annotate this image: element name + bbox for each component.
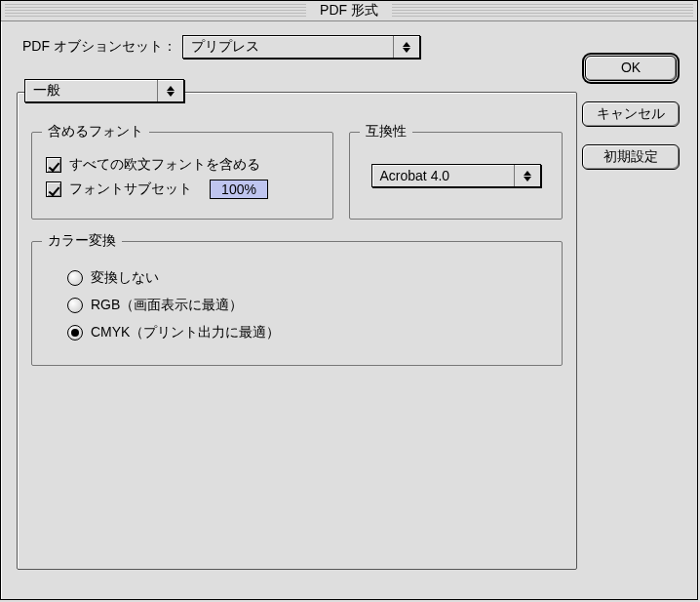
color-label-none: 変換しない <box>91 269 159 287</box>
color-option-cmyk[interactable]: CMYK（プリント出力に最適） <box>67 324 548 341</box>
fonts-legend: 含めるフォント <box>42 123 149 140</box>
color-label-cmyk: CMYK（プリント出力に最適） <box>91 324 280 341</box>
option-set-label: PDF オブションセット： <box>22 38 176 56</box>
compat-group: 互換性 Acrobat 4.0 <box>349 132 563 220</box>
color-option-rgb[interactable]: RGB（画面表示に最適） <box>67 297 548 314</box>
compat-value: Acrobat 4.0 <box>380 168 508 183</box>
include-all-fonts-checkbox[interactable] <box>46 157 61 173</box>
font-subset-value-field[interactable]: 100% <box>210 180 268 199</box>
compat-legend: 互換性 <box>360 123 412 140</box>
updown-arrows-icon <box>514 165 536 186</box>
color-legend: カラー変換 <box>42 232 122 250</box>
font-subset-label: フォントサブセット <box>69 181 192 198</box>
option-set-popup[interactable]: プリプレス <box>182 35 420 59</box>
tab-selector-popup[interactable]: 一般 <box>24 79 184 102</box>
updown-arrows-icon <box>393 36 415 58</box>
top-group-row: 含めるフォント すべての欧文フォントを含める フォントサブセット 100% 互換… <box>31 118 563 220</box>
color-radio-rgb[interactable] <box>67 298 83 313</box>
tab-selector-value: 一般 <box>33 82 151 100</box>
include-all-fonts-label: すべての欧文フォントを含める <box>69 156 260 174</box>
titlebar: PDF 形式 <box>1 1 697 21</box>
color-label-rgb: RGB（画面表示に最適） <box>91 297 243 314</box>
titlebar-stripes-left <box>5 4 306 18</box>
cancel-button[interactable]: キャンセル <box>582 101 680 127</box>
include-all-fonts-row[interactable]: すべての欧文フォントを含める <box>46 156 319 174</box>
color-radio-cmyk[interactable] <box>67 325 83 341</box>
defaults-button[interactable]: 初期設定 <box>582 144 680 170</box>
fonts-group: 含めるフォント すべての欧文フォントを含める フォントサブセット 100% <box>31 132 333 220</box>
general-tab-panel: 含めるフォント すべての欧文フォントを含める フォントサブセット 100% 互換… <box>17 92 577 570</box>
font-subset-checkbox[interactable] <box>46 181 61 197</box>
compat-popup[interactable]: Acrobat 4.0 <box>371 164 541 187</box>
color-radio-none[interactable] <box>67 270 83 286</box>
pdf-format-dialog: PDF 形式 PDF オブションセット： プリプレス 一般 <box>0 0 698 600</box>
dialog-content: PDF オブションセット： プリプレス 一般 含めるフォント <box>1 21 697 600</box>
updown-arrows-icon <box>157 80 179 101</box>
font-subset-row[interactable]: フォントサブセット 100% <box>46 180 319 199</box>
window-title: PDF 形式 <box>310 2 388 20</box>
titlebar-stripes-right <box>392 4 693 18</box>
color-conversion-group: カラー変換 変換しない RGB（画面表示に最適） CMYK（プリント出力に最適） <box>31 241 563 366</box>
dialog-buttons: OK キャンセル 初期設定 <box>582 53 680 170</box>
ok-button[interactable]: OK <box>585 56 677 81</box>
option-set-value: プリプレス <box>191 38 387 56</box>
color-option-none[interactable]: 変換しない <box>67 269 548 287</box>
